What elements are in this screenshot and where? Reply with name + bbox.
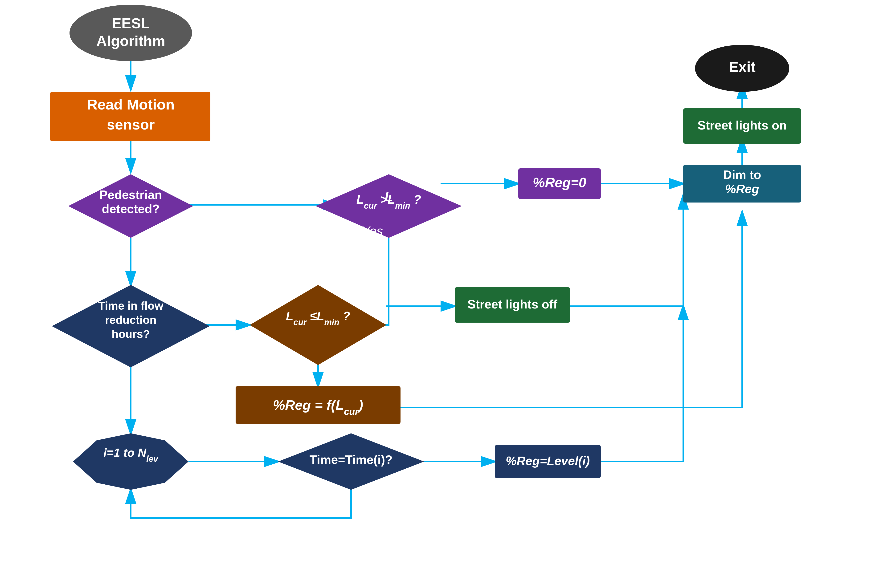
read-motion-label1: Read Motion <box>87 96 175 113</box>
no-label-pedestrian: No <box>96 245 112 260</box>
no-label-lcur1: No <box>468 167 484 182</box>
street-lights-off-label: Street lights off <box>467 297 557 311</box>
pedestrian-label1: Pedestrian <box>99 188 162 201</box>
time-flow-label1: Time in flow <box>98 300 163 312</box>
time-eq-label: Time=Time(i)? <box>310 453 392 467</box>
time-flow-label3: hours? <box>112 328 150 340</box>
yes-label-lcur2: Yes <box>284 363 305 377</box>
dim-reg-label1: Dim to <box>723 168 761 182</box>
start-label2: Algorithm <box>96 33 165 49</box>
lcur-lmin2-diamond <box>250 285 386 365</box>
pedestrian-label2: detected? <box>102 202 160 216</box>
time-flow-diamond <box>52 285 210 367</box>
reg-level-label: %Reg=Level(i) <box>506 454 590 468</box>
yes-label-timeflow: Yes <box>93 375 115 389</box>
street-lights-on-label: Street lights on <box>697 118 787 132</box>
read-motion-label2: sensor <box>107 116 154 133</box>
yes-label-lcur1: Yes <box>361 224 383 238</box>
yes-label-pedestrian: Yes <box>201 187 223 202</box>
dim-reg-label2: %Reg <box>725 182 759 196</box>
start-label: EESL <box>112 15 150 31</box>
no-label-timeflow: No <box>208 309 225 323</box>
i-nlev-hex <box>73 433 189 490</box>
reg-zero-label: %Reg=0 <box>533 175 586 190</box>
exit-label: Exit <box>729 59 756 75</box>
time-flow-label2: reduction <box>105 314 157 326</box>
no-label-lcur2: No <box>392 290 409 304</box>
